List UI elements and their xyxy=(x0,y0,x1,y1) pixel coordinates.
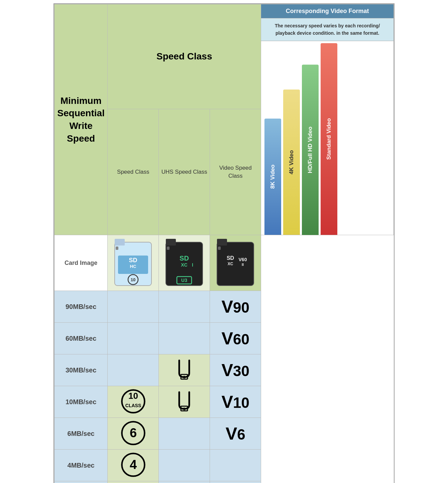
v60-symbol: V60 xyxy=(221,329,249,348)
bar-std-wrapper: Standard Video xyxy=(321,41,337,235)
svg-text:V60: V60 xyxy=(239,257,247,262)
vsc-4-cell xyxy=(210,450,261,481)
vsc-60-cell: V60 xyxy=(210,323,261,354)
svg-text:6: 6 xyxy=(130,426,137,440)
bar-4k-wrapper: 4K Video xyxy=(283,41,300,235)
sc-2-cell: 2 xyxy=(108,481,159,483)
bar-4k: 4K Video xyxy=(283,90,300,235)
v90-symbol: V90 xyxy=(221,297,249,316)
bar-hd-wrapper: HD/Full HD Video xyxy=(302,41,319,235)
svg-rect-22 xyxy=(218,247,221,250)
sc-30-cell xyxy=(108,354,159,386)
svg-rect-7 xyxy=(116,247,118,250)
speed-30-label: 30MB/sec xyxy=(54,354,108,386)
svg-text:I: I xyxy=(192,262,193,268)
speed-6-label: 6MB/sec xyxy=(54,418,108,450)
svg-text:XC: XC xyxy=(181,262,188,268)
svg-text:1: 1 xyxy=(183,407,185,411)
row-60mbps: 60MB/sec V60 xyxy=(54,323,394,354)
col-uhs-speed-class-label: UHS Speed Class xyxy=(159,109,210,235)
row-10mbps: 10MB/sec 10 CLASS 1 xyxy=(54,386,394,418)
svg-rect-1 xyxy=(115,239,125,246)
corresponding-video-format-header: Corresponding Video Format xyxy=(261,4,394,18)
svg-text:HC: HC xyxy=(130,264,136,269)
vsc-2-cell xyxy=(210,481,261,483)
row-90mbps: 90MB/sec V90 xyxy=(54,291,394,323)
video-format-note: The necessary speed varies by each recor… xyxy=(261,18,394,41)
row-6mbps: 6MB/sec 6 V6 xyxy=(54,418,394,450)
sdxc-v60-card-cell: SD XC V60 II xyxy=(210,235,261,291)
uhs-10-cell: 1 xyxy=(159,386,210,418)
svg-rect-16 xyxy=(217,242,254,286)
bar-std: Standard Video xyxy=(321,43,337,235)
speed-90-label: 90MB/sec xyxy=(54,291,108,323)
svg-text:10: 10 xyxy=(128,391,138,401)
vsc-6-cell: V6 xyxy=(210,418,261,450)
v6-symbol: V6 xyxy=(226,424,245,443)
speed-class-group-header: Speed Class xyxy=(108,4,261,109)
speed-60-label: 60MB/sec xyxy=(54,323,108,354)
svg-text:SD: SD xyxy=(227,255,234,261)
svg-text:10: 10 xyxy=(131,277,135,282)
sc-90-cell xyxy=(108,291,159,323)
sc-60-cell xyxy=(108,323,159,354)
svg-text:SD: SD xyxy=(129,257,137,264)
row-30mbps: 30MB/sec 3 V30 xyxy=(54,354,394,386)
svg-text:4: 4 xyxy=(130,458,137,472)
c10-svg: 10 CLASS xyxy=(121,389,146,414)
svg-text:XC: XC xyxy=(228,262,233,266)
c6-svg: 6 xyxy=(121,421,146,446)
speed-4-label: 4MB/sec xyxy=(54,450,108,481)
svg-text:SD: SD xyxy=(180,255,189,262)
speed-2-label: 2MB/sec xyxy=(54,481,108,483)
svg-rect-15 xyxy=(167,247,170,250)
speed-10-label: 10MB/sec xyxy=(54,386,108,418)
bar-hd: HD/Full HD Video xyxy=(302,64,319,235)
svg-rect-17 xyxy=(217,239,227,246)
sdhc-card-cell: SD HC 10 xyxy=(108,235,159,291)
sc-6-cell: 6 xyxy=(108,418,159,450)
uhs-2-cell xyxy=(159,481,210,483)
bar-8k: 8K Video xyxy=(264,119,281,235)
card-image-label: Card Image xyxy=(54,235,108,291)
uhs-60-cell xyxy=(159,323,210,354)
vsc-10-cell: V10 xyxy=(210,386,261,418)
video-format-area: Corresponding Video Format The necessary… xyxy=(261,4,394,235)
bar-8k-wrapper: 8K Video xyxy=(264,41,281,235)
u1-svg: 1 xyxy=(173,389,196,413)
v30-symbol: V30 xyxy=(221,360,249,380)
vsc-30-cell: V30 xyxy=(210,354,261,386)
svg-text:II: II xyxy=(242,263,244,267)
uhs-30-cell: 3 xyxy=(159,354,210,386)
u3-svg: 3 xyxy=(173,358,196,381)
svg-rect-9 xyxy=(166,239,176,246)
v10-symbol: V10 xyxy=(221,392,249,412)
sdxc-u3-card-cell: SD XC I U3 xyxy=(159,235,210,291)
card-image-row: Card Image SD HC 10 xyxy=(54,235,394,291)
uhs-6-cell xyxy=(159,418,210,450)
c4-svg: 4 xyxy=(121,452,146,477)
row-4mbps: 4MB/sec 4 xyxy=(54,450,394,481)
min-write-header: Minimum Sequential Write Speed xyxy=(54,4,108,235)
vsc-90-cell: V90 xyxy=(210,291,261,323)
bars-area: 8K Video 4K Video HD/Full HD Video Stand… xyxy=(261,41,394,235)
col-video-speed-class-label: Video Speed Class xyxy=(210,109,261,235)
sc-10-cell: 10 CLASS xyxy=(108,386,159,418)
row-2mbps: 2MB/sec 2 xyxy=(54,481,394,483)
svg-text:U3: U3 xyxy=(181,278,187,283)
main-container: Minimum Sequential Write Speed Speed Cla… xyxy=(53,3,395,483)
sdhc-card-svg: SD HC 10 xyxy=(113,237,153,287)
uhs-4-cell xyxy=(159,450,210,481)
svg-text:CLASS: CLASS xyxy=(125,403,141,408)
sdxc-u3-card-svg: SD XC I U3 xyxy=(164,237,204,287)
sdxc-v60-card-svg: SD XC V60 II xyxy=(215,237,255,287)
sc-4-cell: 4 xyxy=(108,450,159,481)
svg-text:3: 3 xyxy=(183,375,185,379)
uhs-90-cell xyxy=(159,291,210,323)
col-speed-class-label: Speed Class xyxy=(108,109,159,235)
